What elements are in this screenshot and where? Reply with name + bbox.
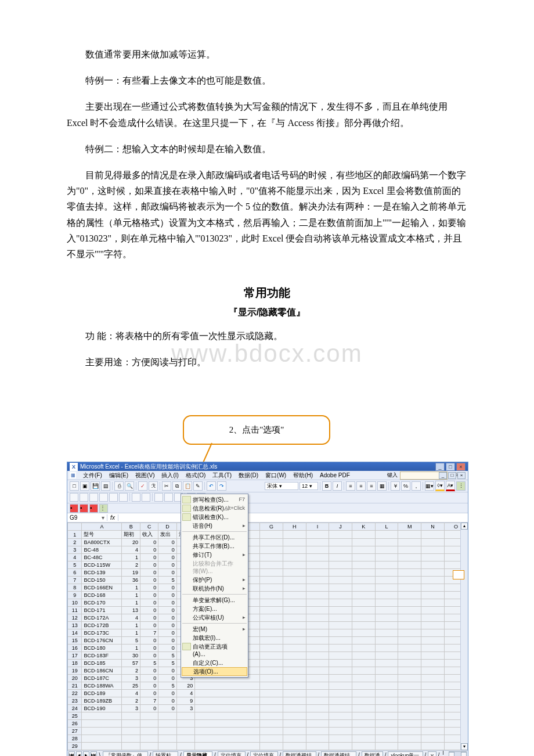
- menu-item[interactable]: 方案(E)...: [181, 604, 248, 613]
- cell[interactable]: [306, 577, 329, 584]
- cell[interactable]: [176, 743, 194, 750]
- cell[interactable]: 1: [122, 584, 140, 592]
- cell[interactable]: [283, 690, 306, 697]
- cell[interactable]: 0: [140, 577, 158, 584]
- cell[interactable]: [329, 599, 352, 607]
- row-header[interactable]: 11: [68, 607, 82, 614]
- cell[interactable]: [306, 554, 329, 561]
- cell[interactable]: [122, 712, 140, 720]
- cell[interactable]: [421, 652, 445, 660]
- open-button[interactable]: ▣: [80, 481, 89, 491]
- cell[interactable]: 0: [158, 697, 176, 705]
- workbook-minimize-button[interactable]: _: [439, 472, 447, 479]
- cell[interactable]: 0: [140, 561, 158, 569]
- comma-button[interactable]: ,: [412, 481, 421, 491]
- cell[interactable]: [260, 667, 283, 675]
- cell[interactable]: [421, 705, 445, 712]
- cell[interactable]: 2: [122, 561, 140, 569]
- cell[interactable]: [352, 712, 375, 720]
- minimize-button[interactable]: _: [435, 463, 445, 471]
- menu-item[interactable]: 保护(P): [181, 575, 248, 584]
- cell[interactable]: [158, 743, 176, 750]
- cell[interactable]: 1: [122, 629, 140, 637]
- cell[interactable]: [306, 743, 329, 750]
- cell[interactable]: [283, 735, 306, 743]
- row-header[interactable]: 23: [68, 697, 82, 705]
- cell[interactable]: [375, 637, 398, 645]
- cell[interactable]: BCD-176CN: [82, 637, 122, 645]
- percent-button[interactable]: %: [401, 481, 410, 491]
- cell[interactable]: BCD-172B: [82, 622, 122, 629]
- cell[interactable]: [352, 622, 375, 629]
- cell[interactable]: 2: [122, 667, 140, 675]
- cell[interactable]: 0: [140, 637, 158, 645]
- cell[interactable]: [398, 712, 421, 720]
- tab-nav-next[interactable]: ▸: [83, 751, 89, 756]
- cell[interactable]: [306, 645, 329, 652]
- new-button[interactable]: □: [70, 481, 79, 491]
- cell[interactable]: 0: [140, 546, 158, 554]
- cell[interactable]: [375, 743, 398, 750]
- cell[interactable]: [260, 682, 283, 690]
- toolbar-button[interactable]: [142, 493, 150, 502]
- menu-item[interactable]: 自动更正选项(A)...: [181, 642, 248, 658]
- font-color-button[interactable]: A▾: [446, 481, 455, 491]
- cell[interactable]: BCD-190: [82, 705, 122, 712]
- menu-item[interactable]: 错误检查(K)...: [181, 513, 248, 521]
- cell[interactable]: [352, 728, 375, 735]
- cell[interactable]: [283, 645, 306, 652]
- pdf-button[interactable]: ▪: [89, 504, 98, 513]
- cell[interactable]: [398, 554, 421, 561]
- cell[interactable]: 2: [122, 697, 140, 705]
- cell[interactable]: [306, 599, 329, 607]
- tab-nav-first[interactable]: ⏮: [68, 751, 75, 756]
- cell[interactable]: [352, 720, 375, 728]
- italic-button[interactable]: I: [333, 481, 342, 491]
- column-header[interactable]: M: [398, 523, 421, 531]
- row-header[interactable]: 29: [68, 743, 82, 750]
- select-all-cell[interactable]: [68, 523, 82, 531]
- cell[interactable]: [260, 743, 283, 750]
- spell-button[interactable]: ✓: [138, 481, 147, 491]
- cell[interactable]: [421, 592, 445, 599]
- menu-item[interactable]: 共享工作簿(B)...: [181, 542, 248, 550]
- cell[interactable]: [329, 720, 352, 728]
- cell[interactable]: 1: [122, 599, 140, 607]
- menu-item[interactable]: 语音(H): [181, 521, 248, 530]
- row-header[interactable]: 1: [68, 531, 82, 539]
- cell[interactable]: [421, 690, 445, 697]
- cell[interactable]: [140, 743, 158, 750]
- column-header[interactable]: G: [260, 523, 283, 531]
- cell[interactable]: 0: [158, 629, 176, 637]
- toolbar-options-button[interactable]: ⋮: [99, 504, 108, 513]
- cell[interactable]: [195, 735, 260, 743]
- cell[interactable]: [329, 652, 352, 660]
- cell[interactable]: [421, 561, 445, 569]
- cell[interactable]: 0: [140, 592, 158, 599]
- cell[interactable]: [260, 712, 283, 720]
- menu-item[interactable]: 窗口(W): [265, 471, 286, 480]
- cell[interactable]: [195, 712, 260, 720]
- cell[interactable]: [140, 720, 158, 728]
- cell[interactable]: BCD-166EN: [82, 584, 122, 592]
- cell[interactable]: [306, 637, 329, 645]
- cell[interactable]: [260, 735, 283, 743]
- redo-button[interactable]: ↷: [217, 481, 226, 491]
- cell[interactable]: [260, 577, 283, 584]
- cell[interactable]: 0: [140, 622, 158, 629]
- cell[interactable]: [375, 614, 398, 622]
- workbook-restore-button[interactable]: □: [448, 472, 456, 479]
- cell[interactable]: 0: [140, 554, 158, 561]
- cell[interactable]: [352, 546, 375, 554]
- cell[interactable]: [140, 712, 158, 720]
- cell[interactable]: [375, 682, 398, 690]
- cell[interactable]: [421, 720, 445, 728]
- cell[interactable]: [421, 531, 445, 539]
- cell[interactable]: 0: [158, 539, 176, 546]
- cell[interactable]: [352, 569, 375, 577]
- cell[interactable]: [306, 697, 329, 705]
- cell[interactable]: 0: [158, 622, 176, 629]
- sheet-tab[interactable]: 数据透视结果表2: [321, 751, 356, 756]
- cell[interactable]: [352, 637, 375, 645]
- row-header[interactable]: 19: [68, 667, 82, 675]
